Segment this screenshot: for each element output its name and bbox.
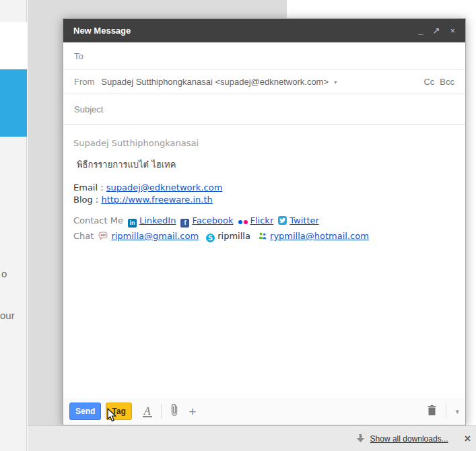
email-label: Email : (73, 182, 104, 193)
contact-line: Contact MeinLinkedInfFacebookFlickrTwitt… (73, 213, 455, 229)
flickr-pink-dot (244, 220, 248, 224)
facebook-icon: f (180, 219, 189, 228)
discard-draft-icon[interactable] (427, 405, 437, 419)
toolbar-divider (446, 404, 446, 419)
from-row: From Supadej Sutthiphongkanasai <supadej… (63, 70, 465, 94)
downloads-bar-close-icon[interactable]: × (465, 434, 471, 444)
toolbar-right-group: ▾ (427, 404, 459, 419)
email-line: Email : supadej@edknetwork.com (73, 182, 455, 194)
message-body[interactable]: Supadej Sutthiphongkanasai พิธีกรรายการแ… (63, 125, 465, 398)
minimize-icon[interactable]: _ (418, 26, 422, 35)
twitter-link[interactable]: Twitter (290, 215, 319, 226)
background-sidebar-white-block (0, 22, 27, 69)
linkedin-icon: in (128, 219, 137, 228)
show-all-downloads-link[interactable]: Show all downloads... (370, 434, 448, 444)
from-dropdown-icon[interactable]: ▾ (334, 79, 337, 85)
subject-input[interactable] (74, 104, 454, 114)
msn-messenger-icon (258, 230, 267, 244)
skype-icon: S (206, 234, 215, 242)
gmail-chat-link[interactable]: ripmilla@gmail.com (111, 231, 199, 241)
formatting-options-icon[interactable]: A (143, 406, 152, 417)
cc-bcc-group: Cc Bcc (423, 77, 454, 87)
attach-file-icon[interactable] (170, 403, 178, 419)
flickr-icon (238, 215, 248, 229)
chat-label: Chat (73, 231, 94, 241)
background-sidebar-blue-block (0, 69, 27, 137)
contact-label: Contact Me (73, 215, 123, 226)
hotmail-chat-link[interactable]: rypmilla@hotmail.com (270, 231, 369, 241)
insert-more-icon[interactable]: + (189, 405, 197, 418)
from-label: From (74, 77, 94, 87)
send-button[interactable]: Send (69, 403, 101, 420)
popout-icon[interactable]: ↗ (433, 26, 440, 35)
background-text-fragment: o (1, 268, 7, 279)
compose-titlebar: New Message _ ↗ × (63, 19, 465, 42)
cc-button[interactable]: Cc (423, 77, 434, 87)
more-options-icon[interactable]: ▾ (455, 407, 459, 416)
compose-title: New Message (73, 26, 131, 36)
facebook-link[interactable]: Facebook (192, 215, 233, 226)
downloads-bar: Show all downloads... × (28, 425, 476, 451)
signature-title-thai: พิธีกรรายการแบไต๋ ไฮเทค (73, 159, 455, 171)
signature-name: Supadej Sutthiphongkanasai (73, 137, 455, 149)
to-label: To (74, 51, 83, 61)
page-topright-area (287, 0, 476, 18)
linkedin-link[interactable]: LinkedIn (139, 215, 176, 226)
background-sidebar: o our (0, 0, 27, 451)
email-link[interactable]: supadej@edknetwork.com (106, 182, 223, 193)
toolbar-divider (161, 404, 162, 419)
compose-toolbar: Send Tag A + ▾ (63, 398, 465, 425)
from-address[interactable]: Supadej Sutthiphongkanasai <supadej@edkn… (101, 77, 329, 87)
flickr-blue-dot (238, 220, 242, 224)
background-text-fragment: our (0, 310, 15, 321)
skype-handle: ripmilla (217, 231, 250, 241)
blog-label: Blog : (73, 195, 98, 205)
compose-window: New Message _ ↗ × To From Supadej Sutthi… (63, 18, 466, 425)
subject-row (63, 94, 465, 125)
to-field[interactable]: To (63, 42, 465, 70)
flickr-link[interactable]: Flickr (250, 215, 274, 226)
bcc-button[interactable]: Bcc (440, 77, 454, 87)
chat-line: Chatripmilla@gmail.com Sripmilla rypmill… (73, 229, 455, 244)
download-arrow-icon (356, 434, 365, 444)
tag-button[interactable]: Tag (106, 403, 131, 420)
close-icon[interactable]: × (450, 26, 455, 35)
titlebar-controls: _ ↗ × (418, 26, 455, 35)
twitter-icon (278, 216, 287, 225)
blog-link[interactable]: http://www.freeware.in.th (101, 195, 212, 205)
gtalk-icon (98, 230, 108, 244)
blog-line: Blog : http://www.freeware.in.th (73, 194, 455, 206)
